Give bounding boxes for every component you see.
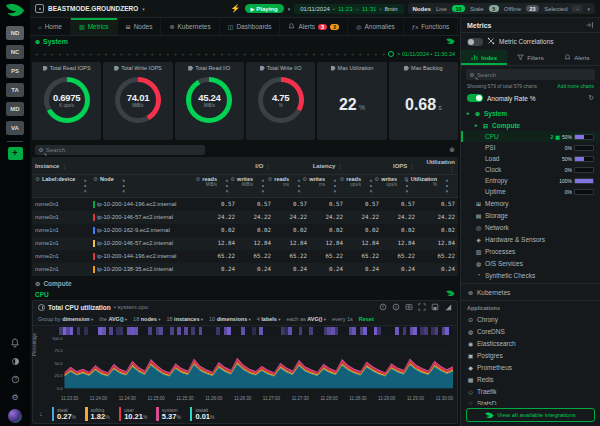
tree-item-memory[interactable]: ⊞Memory (461, 197, 600, 209)
tab-nodes[interactable]: ⊞Nodes (118, 18, 162, 35)
tree-item-network[interactable]: ◎Network (461, 221, 600, 233)
workspace-ps[interactable]: PS (6, 64, 24, 78)
offline-count-badge[interactable]: 23 (526, 5, 539, 12)
tab-alerts[interactable]: Alerts32 (280, 18, 348, 35)
correlations-toggle[interactable] (467, 38, 483, 46)
toolbar-chip-dimension[interactable]: Group by dimension ▾ (38, 316, 93, 322)
column-header-1[interactable]: ⚙Node⋮ (90, 175, 202, 198)
kpi-card-total-read-iops[interactable]: Total Read IOPS0.6975K ops/s (32, 62, 101, 140)
tree-item-uptime[interactable]: Uptime0% (461, 186, 600, 197)
table-row[interactable]: nvme0n1ip-10-200-146-57.ec2.internal24.2… (32, 211, 458, 224)
view-integrations-button[interactable]: View all available integrations (466, 408, 595, 422)
tab-kubernetes[interactable]: ⊛Kubernetes (161, 18, 219, 35)
table-search-input[interactable]: Search (35, 145, 205, 155)
sidebar-search-input[interactable]: Search (466, 69, 595, 80)
tab-functions[interactable]: ƒxFunctions (404, 18, 459, 35)
live-count-badge[interactable]: 10 (452, 5, 465, 12)
tree-item-load[interactable]: Load50% (461, 153, 600, 164)
tree-item-synthetic-checks[interactable]: ◔Synthetic Checks (461, 269, 600, 281)
table-group-latency[interactable]: Latency ⋮ (274, 157, 346, 175)
playing-caret-icon[interactable]: ▾ (288, 6, 291, 12)
tree-item-system[interactable]: ▸⊛System (461, 107, 600, 119)
column-gear-icon[interactable]: ⚙ (339, 176, 344, 182)
column-gear-icon[interactable]: ⚙ (302, 176, 307, 182)
workspace-va[interactable]: VA (6, 121, 24, 135)
table-group-i-o[interactable]: I/O ⋮ (202, 157, 274, 175)
tree-item-clock[interactable]: Clock0% (461, 164, 600, 175)
kpi-card-max-backlog[interactable]: Max Backlog0.68s (389, 62, 458, 140)
tab-anomalies[interactable]: ◎Anomalies (348, 18, 404, 35)
tab-home[interactable]: ⌂Home (30, 18, 71, 35)
column-gear-icon[interactable]: ⚙ (267, 176, 272, 182)
toolbar-chip-dimensions[interactable]: 10 dimensions ▾ (209, 316, 251, 322)
tree-item-cpu[interactable]: CPU2▦50% (461, 131, 600, 142)
legend-scroll-icon[interactable]: ↓ (39, 410, 43, 417)
selected-value[interactable]: - (572, 5, 582, 12)
column-header-0[interactable]: ⚙Label:device⋮ (32, 175, 90, 198)
legend-item-steal[interactable]: steal0.27% (52, 407, 77, 421)
sidebar-tab-alerts[interactable]: Alerts (554, 50, 600, 65)
clear-filter-icon[interactable]: ⊗ (449, 146, 455, 154)
reset-button[interactable]: Reset (359, 316, 374, 322)
table-row[interactable]: nvme2n1ip-10-200-138-35.ec2.internal0.24… (32, 263, 458, 276)
column-gear-icon[interactable]: ⚙ (195, 176, 200, 182)
workspace-nd[interactable]: ND (6, 26, 24, 40)
tree-item-o-s-services[interactable]: ◍O/S Services (461, 257, 600, 269)
legend-item-iowait[interactable]: iowait0.01% (190, 407, 215, 421)
add-workspace-button[interactable]: + (8, 147, 23, 160)
table-row[interactable]: nvme1n1ip-10-200-146-57.ec2.internal12.8… (32, 237, 458, 250)
table-group-iops[interactable]: IOPS ⋮ (346, 157, 418, 175)
netdata-logo-icon[interactable] (5, 3, 25, 18)
legend-item-user[interactable]: user10.21% (119, 407, 148, 421)
table-row[interactable]: nvme0n1ip-10-200-144-196.ec2.internal0.5… (32, 198, 458, 211)
app-item-statsd[interactable]: ◌StatsD (461, 397, 600, 405)
toolbar-chip-labels[interactable]: 4 labels ▾ (257, 316, 281, 322)
column-gear-icon[interactable]: ⚙ (374, 176, 379, 182)
app-item-prometheus[interactable]: ◆Prometheus (461, 361, 600, 373)
toolbar-chip-avg-[interactable]: each as AVG() ▾ (286, 316, 326, 322)
column-gear-icon[interactable]: ⚙ (230, 176, 235, 182)
app-item-chrony[interactable]: ⊙Chrony (461, 313, 600, 325)
tree-item-processes[interactable]: ▥Processes (461, 245, 600, 257)
table-group-instance[interactable]: Instance ⋮ (32, 157, 202, 175)
tree-item-compute[interactable]: ▸⊟Compute (461, 119, 600, 131)
user-avatar[interactable] (8, 409, 22, 423)
help-icon[interactable]: ? (9, 373, 21, 385)
fullscreen-icon[interactable] (418, 303, 426, 311)
column-gear-icon[interactable]: ⚙ (35, 176, 40, 182)
cpu-section-header[interactable]: CPU (30, 289, 460, 300)
collapse-panel-icon[interactable] (586, 21, 594, 30)
tree-item-psi[interactable]: PSI0% (461, 142, 600, 153)
app-item-redis[interactable]: ▦Redis (461, 373, 600, 385)
alert-count-badge[interactable]: 3 (318, 24, 327, 30)
app-item-traefik[interactable]: ◇Traefik (461, 385, 600, 397)
app-item-postgres[interactable]: ▣Postgres (461, 349, 600, 361)
table-group-utilization[interactable]: Utilization ⋮ (418, 157, 458, 175)
table-row[interactable]: nvme1n1ip-10-200-162-9.ec2.internal0.020… (32, 224, 458, 237)
legend-item-softirq[interactable]: softirq1.82% (85, 407, 110, 421)
compute-section-header[interactable]: ⚙ Compute (30, 278, 460, 289)
kpi-card-max-utilization[interactable]: Max Utilization22% (317, 62, 386, 140)
sidebar-tab-index[interactable]: Index (461, 50, 507, 65)
workspace-nc[interactable]: NC (6, 45, 24, 59)
date-range-picker[interactable]: 01/11/2024 • 11:23 → 11:31 • 8min (294, 4, 403, 14)
column-header-8[interactable]: ⚙Utilization%⋮ (418, 175, 458, 198)
stale-count-badge[interactable]: 5 (489, 5, 499, 12)
space-name[interactable]: BEASTMODE.GROUNDZERO (48, 5, 138, 12)
workspace-ta[interactable]: TA (6, 83, 24, 97)
theme-icon[interactable] (9, 355, 21, 367)
refresh-icon[interactable]: ↻ (588, 94, 594, 102)
chart-plot[interactable]: Percentage 100.075.050.025.00.0 (37, 335, 453, 397)
settings-gear-icon[interactable]: ⚙ (9, 391, 21, 403)
workspace-md[interactable]: MD (6, 102, 24, 116)
alert-count-badge[interactable]: 2 (330, 24, 339, 30)
system-section-title[interactable]: System (43, 38, 68, 45)
selected-caret-icon[interactable]: ▾ (587, 6, 590, 12)
anomaly-ribbon[interactable] (59, 327, 453, 335)
space-caret-icon[interactable]: ▾ (142, 6, 145, 12)
toolbar-chip-avg-[interactable]: the AVG() ▾ (99, 316, 127, 322)
toolbar-chip-nodes[interactable]: 18 nodes ▾ (133, 316, 160, 322)
anomaly-rate-toggle[interactable] (467, 94, 483, 102)
app-item-coredns[interactable]: ◍CoreDNS (461, 325, 600, 337)
notifications-bell-icon[interactable] (9, 337, 21, 349)
